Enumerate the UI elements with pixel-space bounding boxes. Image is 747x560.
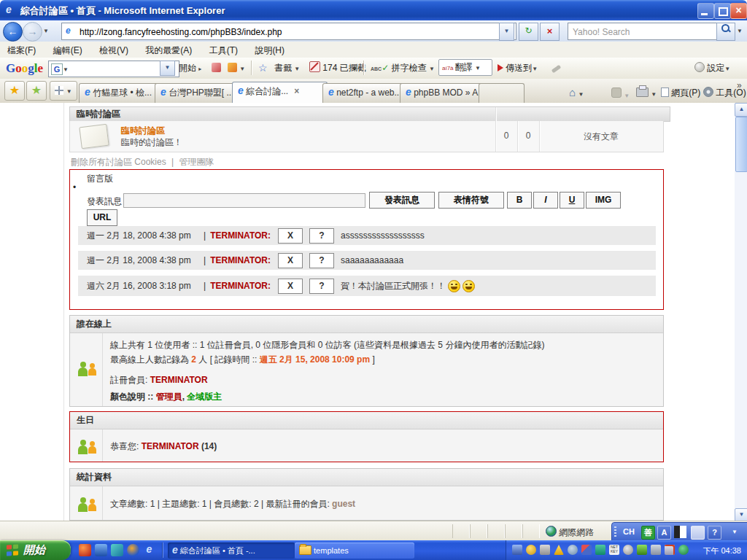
page-menu-button[interactable]: 網頁(P) ▼ [661,87,709,99]
tray-internet-globe-icon[interactable] [678,545,689,555]
quicklaunch-icon-3[interactable] [111,544,123,556]
home-button[interactable]: ⌂ ▼ [569,86,584,98]
window-titlebar[interactable]: e 綜合討論區 • 首頁 - Microsoft Internet Explor… [0,0,747,20]
conversion-mode-icon[interactable]: A [657,526,671,540]
menu-help[interactable]: 說明(H) [247,42,292,57]
quicklaunch-media-player-icon[interactable] [127,544,139,556]
close-button[interactable]: × [730,3,747,19]
task-button-forum[interactable]: e 綜合討論區 • 首頁 -... [168,542,295,559]
shout-help-button[interactable]: ? [309,279,334,294]
bbcode-italic-button[interactable]: I [533,192,558,209]
tab-twphp[interactable]: e 台灣PHP聯盟[ ... [155,83,237,103]
add-favorite-button[interactable]: ★ [26,81,47,101]
address-dropdown-button[interactable]: ▼ [499,23,514,41]
new-tab-stub[interactable] [479,83,525,103]
language-indicator[interactable]: CH [621,526,637,538]
quicklaunch-icon-1[interactable] [79,544,91,556]
tray-removable-device-icon[interactable] [637,545,647,555]
address-field[interactable]: e [61,23,516,40]
submit-message-button[interactable]: 發表訊息 [369,192,435,209]
google-apps-icon[interactable]: ▼ [228,61,245,75]
bbcode-bold-button[interactable]: B [507,192,532,209]
shout-delete-button[interactable]: X [278,228,303,244]
legend-admin[interactable]: 管理員 [156,392,182,402]
shout-delete-button[interactable]: X [278,253,303,268]
google-g-dropdown-icon[interactable]: ▼ [63,66,69,73]
google-sendto-button[interactable]: 傳送到▼ [498,61,538,75]
tab-close-icon[interactable]: × [294,86,299,96]
google-popup-blocker-button[interactable]: 174 已攔截 [309,61,366,75]
tray-volume-muted-icon[interactable] [540,545,550,555]
yahoo-search-field[interactable] [568,23,719,40]
shout-username[interactable]: TERMINATOR: [210,255,271,265]
tab-forum-active[interactable]: e 綜合討論...× [232,82,328,104]
yahoo-search-dropdown-icon[interactable]: ▼ [737,28,743,34]
google-settings-button[interactable]: 設定▼ [694,61,730,75]
bbcode-img-button[interactable]: IMG [586,192,621,209]
tray-device-icon[interactable] [581,545,592,555]
toolbar-overflow-chevron[interactable]: » [737,80,742,90]
google-highlighter-icon[interactable] [551,61,561,75]
tab-net2ftp[interactable]: e net2ftp - a web... [322,83,405,103]
google-translate-button[interactable]: aí7à翻譯 ▼ [438,59,492,76]
google-spellcheck-button[interactable]: ABC✓ 拼字檢查 ▼ [371,61,435,75]
fullwidth-halfwidth-icon[interactable] [674,526,686,538]
tab-zhumao[interactable]: e 竹貓星球 • 檢... [79,83,160,103]
task-button-templates[interactable]: templates [295,542,414,559]
online-username[interactable]: TERMINATOR [150,375,208,385]
scrollbar-thumb[interactable] [735,117,747,172]
refresh-button[interactable]: ↻ [519,23,538,41]
feeds-button[interactable]: ▼ [611,88,630,100]
tray-network-computers-icon[interactable] [512,545,522,555]
shout-help-button[interactable]: ? [309,253,334,268]
birthday-username[interactable]: TERMINATOR [142,441,199,451]
language-bar-handle[interactable] [614,526,616,537]
shout-help-button[interactable]: ? [309,228,334,244]
emoticon-button[interactable]: 表情符號 [438,192,504,209]
bbcode-url-button[interactable]: URL [87,209,117,226]
back-button[interactable]: ← [3,22,23,42]
restore-button[interactable] [714,3,731,19]
tray-network-activity-icon[interactable] [665,545,675,555]
menu-view[interactable]: 檢視(V) [92,42,136,57]
quick-tabs-button[interactable]: ▼ [50,81,77,101]
tray-display-icon[interactable] [651,545,661,555]
language-bar-options-icon[interactable]: ▼ [727,526,742,538]
google-start-button[interactable]: 開始 ▸ [179,61,201,75]
vertical-scrollbar[interactable]: ▲ ▼ [735,103,747,521]
google-bookmarks-button[interactable]: 書籤 ▼ [274,61,300,75]
tray-messenger-icon[interactable] [526,545,536,555]
shout-input-inner[interactable] [124,194,368,207]
ime-mode-icon[interactable]: 善 [641,526,655,540]
legend-global-mod[interactable]: 全域版主 [187,392,222,402]
tray-web-edit-icon[interactable] [568,545,578,555]
menu-tools[interactable]: 工具(T) [202,42,245,57]
forum-link[interactable]: 臨時討論區 [121,125,165,137]
menu-edit[interactable]: 編輯(E) [46,42,90,57]
nav-history-dropdown-icon[interactable]: ▼ [43,28,49,34]
ime-toolbar-icon[interactable] [691,526,705,540]
scroll-up-button[interactable]: ▲ [735,103,747,117]
tab-phpbb-mod[interactable]: e phpBB MOD » A... [400,83,484,103]
google-search-go-dropdown[interactable]: ▼ [160,61,175,76]
favorites-center-button[interactable]: ★ [4,81,25,101]
shout-username[interactable]: TERMINATOR: [210,281,271,291]
shout-delete-button[interactable]: X [278,279,303,294]
print-button[interactable]: ▼ [636,88,657,98]
bbcode-underline-button[interactable]: U [560,192,584,209]
menu-file[interactable]: 檔案(F) [0,42,43,57]
newest-member-link[interactable]: guest [332,499,355,509]
shout-username[interactable]: TERMINATOR: [210,230,271,241]
minimize-button[interactable] [697,3,714,19]
tray-audio-icon[interactable] [623,545,633,555]
tray-clock[interactable]: 下午 04:38 [703,545,741,556]
quicklaunch-icon-2[interactable] [95,544,107,556]
tray-cd-burner-icon[interactable] [595,545,605,555]
stop-button[interactable]: × [540,23,560,41]
forward-button[interactable]: → [23,22,42,42]
quicklaunch-ie-icon[interactable]: e [143,544,155,556]
google-star-icon[interactable]: ☆ [258,61,268,75]
language-bar[interactable]: CH 善 A ? ▼ [611,522,747,542]
tray-warning-icon[interactable] [554,545,564,555]
delete-cookies-link[interactable]: 刪除所有討論區 Cookies [71,157,166,167]
